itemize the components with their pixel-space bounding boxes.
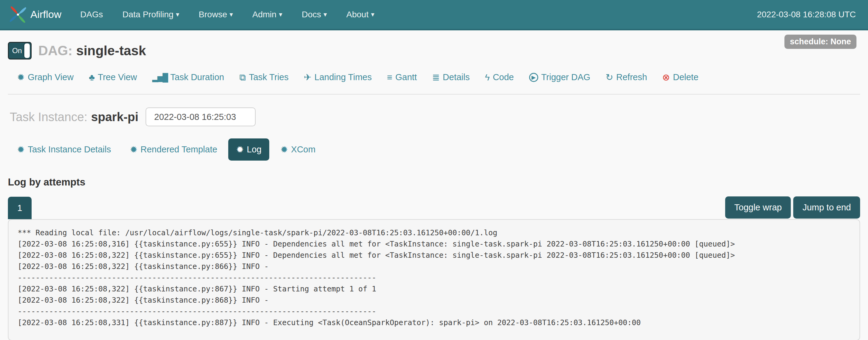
nav-label: Browse	[199, 10, 227, 20]
nav-label: About	[346, 10, 369, 20]
button-delete-dag[interactable]: ⊗ Delete	[662, 72, 699, 82]
tab-label: Task Duration	[170, 72, 224, 82]
tab-label: Task Tries	[249, 72, 289, 82]
airflow-brand[interactable]: Airflow	[8, 5, 61, 25]
tab-task-duration[interactable]: ▂▅█ Task Duration	[152, 72, 224, 82]
play-circle-icon: ▶	[529, 73, 538, 82]
nav-item-about[interactable]: About▾	[346, 10, 374, 20]
tab-graph-view[interactable]: ✹ Graph View	[17, 72, 73, 82]
divider	[8, 94, 860, 95]
flash-icon: ϟ	[485, 73, 490, 82]
tab-rendered-template[interactable]: ✹ Rendered Template	[130, 144, 217, 155]
dag-header: On DAG: single-task schedule: None	[8, 42, 860, 60]
log-line: ----------------------------------------…	[18, 272, 860, 283]
graph-view-icon: ✹	[17, 73, 25, 82]
airflow-pinwheel-logo	[8, 5, 28, 25]
schedule-badge: schedule: None	[784, 35, 857, 49]
nav-menu: DAGs Data Profiling▾ Browse▾ Admin▾ Docs…	[80, 10, 394, 20]
log-line: [2022-03-08 16:25:08,331] {{taskinstance…	[18, 317, 860, 328]
dag-pause-toggle[interactable]: On	[8, 42, 32, 60]
chevron-down-icon: ▾	[324, 11, 327, 19]
nav-item-browse[interactable]: Browse▾	[199, 10, 233, 20]
tree-view-icon: ♣	[89, 73, 95, 82]
toggle-knob	[24, 43, 30, 58]
log-line: [2022-03-08 16:25:08,322] {{taskinstance…	[18, 249, 860, 261]
chevron-down-icon: ▾	[371, 11, 374, 19]
task-instance-header: Task Instance: spark-pi	[10, 107, 860, 126]
log-line: *** Reading local file: /usr/local/airfl…	[18, 227, 860, 238]
tab-label: Graph View	[28, 72, 73, 82]
tab-label: Refresh	[616, 72, 647, 82]
tab-task-instance-details[interactable]: ✹ Task Instance Details	[17, 144, 111, 155]
bar-chart-icon: ▂▅█	[152, 73, 167, 81]
dag-title-prefix: DAG:	[38, 43, 72, 58]
tab-task-tries[interactable]: ⧉ Task Tries	[240, 72, 289, 82]
tab-tree-view[interactable]: ♣ Tree View	[89, 72, 137, 82]
tab-label: Delete	[673, 72, 699, 82]
page-title: DAG: single-task	[38, 43, 146, 58]
tab-label: Details	[443, 72, 470, 82]
nav-item-data-profiling[interactable]: Data Profiling▾	[122, 10, 179, 20]
plane-icon: ✈	[304, 73, 311, 82]
attempt-1-tab[interactable]: 1	[8, 197, 32, 219]
log-line: [2022-03-08 16:25:08,316] {{taskinstance…	[18, 238, 860, 249]
align-left-icon: ≡	[387, 73, 392, 82]
task-instance-tabs: ✹ Task Instance Details ✹ Rendered Templ…	[17, 138, 860, 161]
nav-label: Admin	[252, 10, 276, 20]
burst-icon: ✹	[17, 145, 25, 154]
burst-icon: ✹	[236, 145, 244, 154]
tab-label: Trigger DAG	[541, 72, 591, 82]
chevron-down-icon: ▾	[176, 11, 179, 19]
nav-label: Docs	[302, 10, 321, 20]
tab-label: Code	[493, 72, 514, 82]
nav-label: Data Profiling	[122, 10, 174, 20]
nav-item-docs[interactable]: Docs▾	[302, 10, 327, 20]
toggle-on-label: On	[12, 46, 22, 55]
burst-icon: ✹	[130, 145, 137, 154]
task-instance-name: spark-pi	[91, 110, 138, 124]
dag-name: single-task	[76, 43, 146, 58]
execution-date-input[interactable]	[146, 107, 256, 126]
tab-log[interactable]: ✹ Log	[228, 138, 270, 161]
tab-landing-times[interactable]: ✈ Landing Times	[304, 72, 372, 82]
tab-label: Landing Times	[315, 72, 372, 82]
tab-label: Rendered Template	[141, 144, 217, 155]
button-refresh[interactable]: ↻ Refresh	[606, 72, 647, 82]
utc-clock: 2022-03-08 16:28:08 UTC	[757, 10, 856, 20]
log-by-attempts-heading: Log by attempts	[8, 176, 860, 188]
chevron-down-icon: ▾	[279, 11, 282, 19]
attempt-toolbar: 1 Toggle wrap Jump to end	[8, 196, 860, 219]
remove-circle-icon: ⊗	[662, 73, 670, 82]
tab-label: Log	[247, 144, 261, 155]
jump-to-end-button[interactable]: Jump to end	[793, 196, 860, 218]
tab-label: Gantt	[395, 72, 417, 82]
tab-label: Task Instance Details	[28, 144, 111, 155]
toggle-wrap-button[interactable]: Toggle wrap	[725, 196, 791, 218]
brand-label: Airflow	[30, 8, 61, 20]
refresh-icon: ↻	[606, 73, 613, 82]
button-trigger-dag[interactable]: ▶ Trigger DAG	[529, 72, 591, 82]
top-navbar: Airflow DAGs Data Profiling▾ Browse▾ Adm…	[0, 0, 868, 30]
log-line: [2022-03-08 16:25:08,322] {{taskinstance…	[18, 283, 860, 295]
log-output-panel[interactable]: *** Reading local file: /usr/local/airfl…	[8, 219, 860, 340]
nav-item-dags[interactable]: DAGs	[80, 10, 103, 20]
log-line: [2022-03-08 16:25:08,322] {{taskinstance…	[18, 295, 860, 306]
tab-gantt[interactable]: ≡ Gantt	[387, 72, 417, 82]
log-line: [2022-03-08 16:25:08,322] {{taskinstance…	[18, 261, 860, 272]
tab-code[interactable]: ϟ Code	[485, 72, 514, 82]
duplicate-chart-icon: ⧉	[240, 73, 246, 82]
chevron-down-icon: ▾	[229, 11, 233, 19]
burst-icon: ✹	[280, 145, 288, 154]
tab-label: XCom	[291, 144, 316, 155]
task-instance-label: Task Instance:	[10, 110, 88, 124]
nav-label: DAGs	[80, 10, 103, 20]
tab-details[interactable]: ≣ Details	[432, 72, 470, 82]
nav-item-admin[interactable]: Admin▾	[252, 10, 282, 20]
tab-xcom[interactable]: ✹ XCom	[280, 144, 315, 155]
log-line: ----------------------------------------…	[18, 306, 860, 317]
tab-label: Tree View	[98, 72, 137, 82]
list-icon: ≣	[432, 73, 440, 82]
dag-view-tabs: ✹ Graph View ♣ Tree View ▂▅█ Task Durati…	[17, 72, 860, 82]
